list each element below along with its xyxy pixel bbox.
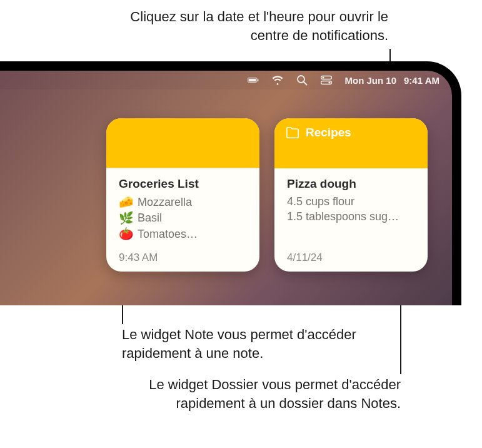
widgets-area: Groceries List 🧀Mozzarella 🌿Basil 🍅Tomat… bbox=[106, 118, 428, 272]
cheese-icon: 🧀 bbox=[119, 194, 133, 210]
device-frame: Mon Jun 10 9:41 AM Groceries List 🧀Mozza… bbox=[0, 61, 461, 305]
folder-icon bbox=[286, 126, 299, 140]
item-label: Tomatoes… bbox=[138, 227, 198, 242]
folder-widget-body: Pizza dough 4.5 cups flour 1.5 tablespoo… bbox=[274, 168, 428, 272]
folder-widget-header: Recipes bbox=[274, 118, 428, 147]
annotation-top: Cliquez sur la date et l'heure pour ouvr… bbox=[101, 8, 388, 44]
folder-divider bbox=[274, 147, 428, 168]
svg-rect-2 bbox=[258, 79, 258, 81]
annotation-note-widget: Le widget Note vous permet d'accéder rap… bbox=[122, 325, 384, 362]
svg-line-4 bbox=[304, 82, 307, 85]
menu-bar-datetime[interactable]: Mon Jun 10 9:41 AM bbox=[345, 75, 439, 86]
menu-bar-time: 9:41 AM bbox=[404, 75, 439, 86]
item-label: Mozzarella bbox=[138, 195, 192, 210]
spotlight-icon[interactable] bbox=[296, 74, 308, 86]
note-preview-line: 4.5 cups flour bbox=[287, 194, 415, 209]
menu-bar: Mon Jun 10 9:41 AM bbox=[0, 71, 452, 89]
folder-timestamp: 4/11/24 bbox=[287, 252, 415, 264]
folder-widget[interactable]: Recipes Pizza dough 4.5 cups flour 1.5 t… bbox=[274, 118, 428, 272]
leader-line bbox=[400, 294, 401, 374]
wifi-icon[interactable] bbox=[272, 74, 283, 86]
item-label: Basil bbox=[138, 210, 162, 225]
folder-name: Recipes bbox=[306, 126, 351, 140]
note-widget-body: Groceries List 🧀Mozzarella 🌿Basil 🍅Tomat… bbox=[106, 168, 259, 272]
list-item: 🧀Mozzarella bbox=[119, 194, 247, 210]
note-title: Groceries List bbox=[119, 177, 247, 191]
svg-point-3 bbox=[298, 76, 304, 83]
note-timestamp: 9:43 AM bbox=[119, 252, 247, 264]
note-in-folder-title: Pizza dough bbox=[287, 177, 415, 191]
list-item: 🍅Tomatoes… bbox=[119, 226, 247, 242]
basil-icon: 🌿 bbox=[119, 210, 133, 227]
note-items: 🧀Mozzarella 🌿Basil 🍅Tomatoes… bbox=[119, 194, 247, 242]
svg-point-8 bbox=[328, 81, 330, 83]
svg-point-6 bbox=[322, 76, 324, 78]
menu-bar-date: Mon Jun 10 bbox=[345, 75, 397, 86]
note-widget[interactable]: Groceries List 🧀Mozzarella 🌿Basil 🍅Tomat… bbox=[106, 118, 259, 272]
note-preview-line: 1.5 tablespoons sug… bbox=[287, 209, 415, 224]
tomato-icon: 🍅 bbox=[119, 226, 133, 242]
battery-icon[interactable] bbox=[248, 74, 259, 86]
list-item: 🌿Basil bbox=[119, 210, 247, 227]
svg-rect-1 bbox=[248, 79, 256, 82]
annotation-folder-widget: Le widget Dossier vous permet d'accéder … bbox=[132, 375, 401, 412]
control-center-icon[interactable] bbox=[321, 74, 332, 86]
note-widget-header bbox=[106, 118, 259, 168]
